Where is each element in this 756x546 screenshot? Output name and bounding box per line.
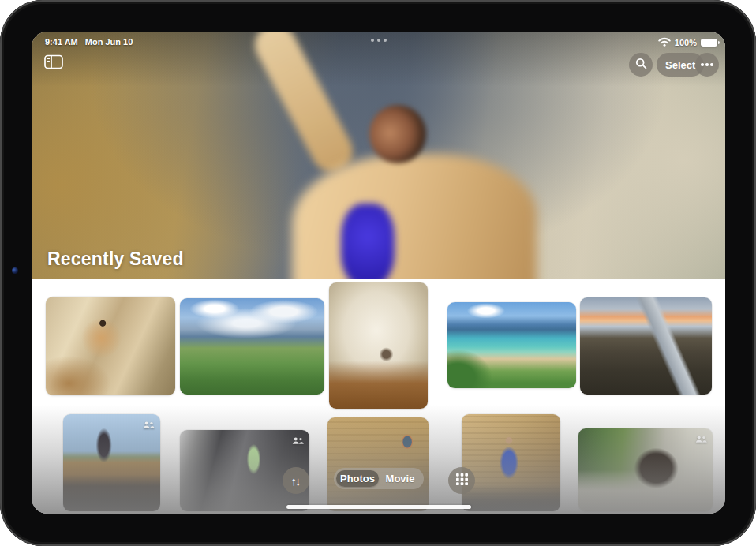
sidebar-toggle-button[interactable]	[44, 54, 65, 70]
multitasking-dots-icon[interactable]	[371, 39, 387, 42]
search-button[interactable]	[629, 53, 653, 77]
photo-thumbnail-person-kicking[interactable]	[63, 414, 160, 511]
hero-photo-jacket-shape	[292, 154, 537, 279]
photo-thumbnail-blue-jacket-person[interactable]	[462, 414, 560, 511]
battery-percent-text: 100%	[675, 38, 697, 47]
photo-thumbnail-beach-cove[interactable]	[447, 302, 576, 388]
more-options-button[interactable]	[695, 53, 719, 77]
photo-thumbnail-dusk-road[interactable]	[580, 297, 712, 395]
arrows-up-down-icon: ↑↓	[291, 474, 300, 488]
grid-view-button[interactable]	[448, 467, 475, 494]
tab-movie[interactable]: Movie	[379, 470, 421, 487]
home-indicator[interactable]	[286, 505, 471, 509]
sort-order-button[interactable]: ↑↓	[283, 467, 309, 494]
search-icon	[635, 58, 647, 72]
sidebar-toggle-icon	[44, 58, 63, 72]
hero-photo-arm-shape	[248, 32, 360, 179]
ellipsis-icon	[701, 63, 704, 66]
status-bar-right: 100%	[658, 37, 717, 48]
recently-saved-hero[interactable]: Recently Saved	[32, 32, 725, 279]
people-badge-icon	[695, 432, 707, 447]
page-title: Recently Saved	[47, 249, 184, 270]
thumbnail-grid-icon	[456, 473, 468, 488]
status-bar-left: 9:41 AM Mon Jun 10	[45, 37, 133, 47]
hero-photo-shirt-shape	[341, 204, 395, 279]
hero-photo-head-shape	[369, 105, 426, 163]
ipad-device-frame: Recently Saved 9:41 AM Mon Jun 10 100%	[0, 0, 756, 546]
view-segmented-control: Photos Movie	[334, 468, 424, 489]
date-text: Mon Jun 10	[85, 37, 133, 47]
tab-photos[interactable]: Photos	[336, 470, 379, 487]
battery-icon	[701, 39, 717, 47]
front-camera	[12, 267, 18, 274]
people-badge-icon	[292, 434, 304, 448]
photo-thumbnail-mountain-valley[interactable]	[180, 298, 324, 395]
photo-thumbnail-brick-building[interactable]	[327, 417, 429, 511]
clock-text: 9:41 AM	[45, 37, 78, 47]
photo-thumbnail-back-of-head[interactable]	[578, 428, 713, 511]
people-badge-icon	[143, 418, 155, 432]
photo-thumbnail-white-dog[interactable]	[329, 282, 428, 409]
photos-app-screen: Recently Saved 9:41 AM Mon Jun 10 100%	[32, 32, 725, 514]
wifi-icon	[658, 37, 671, 48]
photo-thumbnail-jumping-person[interactable]	[46, 297, 175, 395]
